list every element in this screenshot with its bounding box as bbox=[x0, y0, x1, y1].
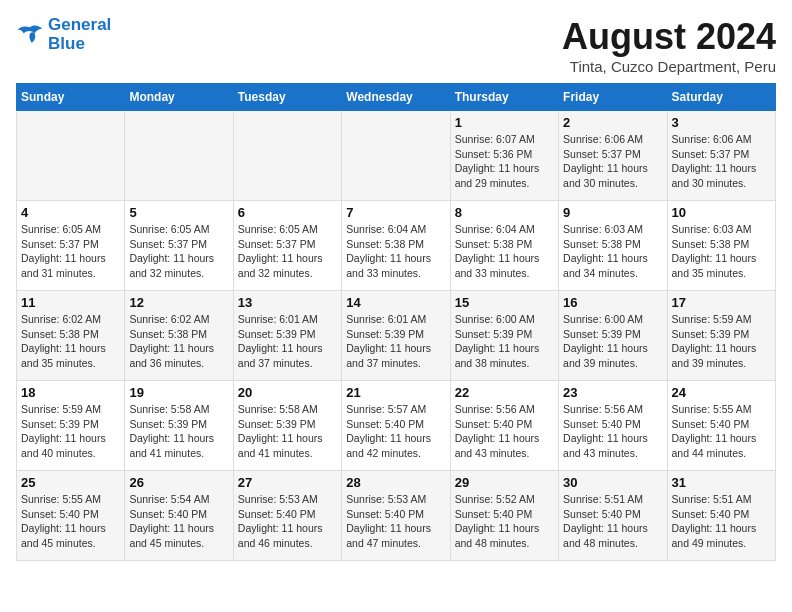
day-info: Sunrise: 6:01 AM Sunset: 5:39 PM Dayligh… bbox=[238, 312, 337, 371]
day-number: 31 bbox=[672, 475, 771, 490]
title-block: August 2024 Tinta, Cuzco Department, Per… bbox=[562, 16, 776, 75]
day-info: Sunrise: 6:07 AM Sunset: 5:36 PM Dayligh… bbox=[455, 132, 554, 191]
day-number: 21 bbox=[346, 385, 445, 400]
day-number: 25 bbox=[21, 475, 120, 490]
day-number: 1 bbox=[455, 115, 554, 130]
day-number: 18 bbox=[21, 385, 120, 400]
calendar-cell: 20Sunrise: 5:58 AM Sunset: 5:39 PM Dayli… bbox=[233, 381, 341, 471]
day-info: Sunrise: 6:00 AM Sunset: 5:39 PM Dayligh… bbox=[563, 312, 662, 371]
day-number: 22 bbox=[455, 385, 554, 400]
day-number: 4 bbox=[21, 205, 120, 220]
calendar-table: SundayMondayTuesdayWednesdayThursdayFrid… bbox=[16, 83, 776, 561]
day-number: 12 bbox=[129, 295, 228, 310]
calendar-cell: 19Sunrise: 5:58 AM Sunset: 5:39 PM Dayli… bbox=[125, 381, 233, 471]
day-number: 5 bbox=[129, 205, 228, 220]
day-number: 28 bbox=[346, 475, 445, 490]
day-info: Sunrise: 5:59 AM Sunset: 5:39 PM Dayligh… bbox=[21, 402, 120, 461]
calendar-cell: 25Sunrise: 5:55 AM Sunset: 5:40 PM Dayli… bbox=[17, 471, 125, 561]
calendar-cell: 10Sunrise: 6:03 AM Sunset: 5:38 PM Dayli… bbox=[667, 201, 775, 291]
day-info: Sunrise: 6:02 AM Sunset: 5:38 PM Dayligh… bbox=[21, 312, 120, 371]
calendar-cell: 2Sunrise: 6:06 AM Sunset: 5:37 PM Daylig… bbox=[559, 111, 667, 201]
calendar-cell: 29Sunrise: 5:52 AM Sunset: 5:40 PM Dayli… bbox=[450, 471, 558, 561]
day-info: Sunrise: 5:56 AM Sunset: 5:40 PM Dayligh… bbox=[563, 402, 662, 461]
day-number: 26 bbox=[129, 475, 228, 490]
day-number: 8 bbox=[455, 205, 554, 220]
calendar-cell: 23Sunrise: 5:56 AM Sunset: 5:40 PM Dayli… bbox=[559, 381, 667, 471]
calendar-cell: 14Sunrise: 6:01 AM Sunset: 5:39 PM Dayli… bbox=[342, 291, 450, 381]
day-info: Sunrise: 5:55 AM Sunset: 5:40 PM Dayligh… bbox=[21, 492, 120, 551]
logo-text: General Blue bbox=[48, 16, 111, 53]
calendar-cell: 27Sunrise: 5:53 AM Sunset: 5:40 PM Dayli… bbox=[233, 471, 341, 561]
page-header: General Blue August 2024 Tinta, Cuzco De… bbox=[16, 16, 776, 75]
day-info: Sunrise: 6:03 AM Sunset: 5:38 PM Dayligh… bbox=[672, 222, 771, 281]
calendar-cell: 21Sunrise: 5:57 AM Sunset: 5:40 PM Dayli… bbox=[342, 381, 450, 471]
col-header-wednesday: Wednesday bbox=[342, 84, 450, 111]
day-info: Sunrise: 5:51 AM Sunset: 5:40 PM Dayligh… bbox=[563, 492, 662, 551]
calendar-cell: 13Sunrise: 6:01 AM Sunset: 5:39 PM Dayli… bbox=[233, 291, 341, 381]
day-number: 27 bbox=[238, 475, 337, 490]
day-number: 23 bbox=[563, 385, 662, 400]
calendar-cell: 7Sunrise: 6:04 AM Sunset: 5:38 PM Daylig… bbox=[342, 201, 450, 291]
col-header-friday: Friday bbox=[559, 84, 667, 111]
week-row-3: 11Sunrise: 6:02 AM Sunset: 5:38 PM Dayli… bbox=[17, 291, 776, 381]
day-number: 15 bbox=[455, 295, 554, 310]
week-row-2: 4Sunrise: 6:05 AM Sunset: 5:37 PM Daylig… bbox=[17, 201, 776, 291]
day-info: Sunrise: 6:04 AM Sunset: 5:38 PM Dayligh… bbox=[346, 222, 445, 281]
day-number: 3 bbox=[672, 115, 771, 130]
calendar-cell: 4Sunrise: 6:05 AM Sunset: 5:37 PM Daylig… bbox=[17, 201, 125, 291]
day-info: Sunrise: 5:59 AM Sunset: 5:39 PM Dayligh… bbox=[672, 312, 771, 371]
day-info: Sunrise: 6:03 AM Sunset: 5:38 PM Dayligh… bbox=[563, 222, 662, 281]
day-info: Sunrise: 5:58 AM Sunset: 5:39 PM Dayligh… bbox=[129, 402, 228, 461]
calendar-cell: 28Sunrise: 5:53 AM Sunset: 5:40 PM Dayli… bbox=[342, 471, 450, 561]
day-info: Sunrise: 5:52 AM Sunset: 5:40 PM Dayligh… bbox=[455, 492, 554, 551]
day-number: 7 bbox=[346, 205, 445, 220]
day-info: Sunrise: 6:01 AM Sunset: 5:39 PM Dayligh… bbox=[346, 312, 445, 371]
day-number: 30 bbox=[563, 475, 662, 490]
day-number: 2 bbox=[563, 115, 662, 130]
day-info: Sunrise: 6:05 AM Sunset: 5:37 PM Dayligh… bbox=[238, 222, 337, 281]
day-number: 6 bbox=[238, 205, 337, 220]
calendar-cell: 31Sunrise: 5:51 AM Sunset: 5:40 PM Dayli… bbox=[667, 471, 775, 561]
calendar-cell: 11Sunrise: 6:02 AM Sunset: 5:38 PM Dayli… bbox=[17, 291, 125, 381]
sub-title: Tinta, Cuzco Department, Peru bbox=[562, 58, 776, 75]
col-header-tuesday: Tuesday bbox=[233, 84, 341, 111]
day-number: 19 bbox=[129, 385, 228, 400]
day-info: Sunrise: 5:51 AM Sunset: 5:40 PM Dayligh… bbox=[672, 492, 771, 551]
calendar-cell: 17Sunrise: 5:59 AM Sunset: 5:39 PM Dayli… bbox=[667, 291, 775, 381]
calendar-header: SundayMondayTuesdayWednesdayThursdayFrid… bbox=[17, 84, 776, 111]
calendar-cell: 22Sunrise: 5:56 AM Sunset: 5:40 PM Dayli… bbox=[450, 381, 558, 471]
week-row-4: 18Sunrise: 5:59 AM Sunset: 5:39 PM Dayli… bbox=[17, 381, 776, 471]
day-info: Sunrise: 6:00 AM Sunset: 5:39 PM Dayligh… bbox=[455, 312, 554, 371]
calendar-cell bbox=[342, 111, 450, 201]
col-header-saturday: Saturday bbox=[667, 84, 775, 111]
calendar-cell: 8Sunrise: 6:04 AM Sunset: 5:38 PM Daylig… bbox=[450, 201, 558, 291]
day-number: 17 bbox=[672, 295, 771, 310]
calendar-cell: 5Sunrise: 6:05 AM Sunset: 5:37 PM Daylig… bbox=[125, 201, 233, 291]
day-info: Sunrise: 5:54 AM Sunset: 5:40 PM Dayligh… bbox=[129, 492, 228, 551]
logo-bird-icon bbox=[16, 24, 44, 46]
week-row-1: 1Sunrise: 6:07 AM Sunset: 5:36 PM Daylig… bbox=[17, 111, 776, 201]
col-header-sunday: Sunday bbox=[17, 84, 125, 111]
day-info: Sunrise: 6:05 AM Sunset: 5:37 PM Dayligh… bbox=[129, 222, 228, 281]
day-number: 9 bbox=[563, 205, 662, 220]
day-info: Sunrise: 6:04 AM Sunset: 5:38 PM Dayligh… bbox=[455, 222, 554, 281]
calendar-cell: 24Sunrise: 5:55 AM Sunset: 5:40 PM Dayli… bbox=[667, 381, 775, 471]
day-number: 13 bbox=[238, 295, 337, 310]
logo: General Blue bbox=[16, 16, 111, 53]
day-number: 10 bbox=[672, 205, 771, 220]
calendar-cell bbox=[17, 111, 125, 201]
day-number: 16 bbox=[563, 295, 662, 310]
day-info: Sunrise: 5:56 AM Sunset: 5:40 PM Dayligh… bbox=[455, 402, 554, 461]
calendar-cell: 1Sunrise: 6:07 AM Sunset: 5:36 PM Daylig… bbox=[450, 111, 558, 201]
day-info: Sunrise: 6:06 AM Sunset: 5:37 PM Dayligh… bbox=[672, 132, 771, 191]
day-info: Sunrise: 5:53 AM Sunset: 5:40 PM Dayligh… bbox=[238, 492, 337, 551]
day-info: Sunrise: 5:55 AM Sunset: 5:40 PM Dayligh… bbox=[672, 402, 771, 461]
calendar-cell: 3Sunrise: 6:06 AM Sunset: 5:37 PM Daylig… bbox=[667, 111, 775, 201]
col-header-monday: Monday bbox=[125, 84, 233, 111]
day-info: Sunrise: 6:05 AM Sunset: 5:37 PM Dayligh… bbox=[21, 222, 120, 281]
col-header-thursday: Thursday bbox=[450, 84, 558, 111]
day-info: Sunrise: 5:57 AM Sunset: 5:40 PM Dayligh… bbox=[346, 402, 445, 461]
calendar-cell: 18Sunrise: 5:59 AM Sunset: 5:39 PM Dayli… bbox=[17, 381, 125, 471]
day-info: Sunrise: 5:53 AM Sunset: 5:40 PM Dayligh… bbox=[346, 492, 445, 551]
calendar-cell: 12Sunrise: 6:02 AM Sunset: 5:38 PM Dayli… bbox=[125, 291, 233, 381]
